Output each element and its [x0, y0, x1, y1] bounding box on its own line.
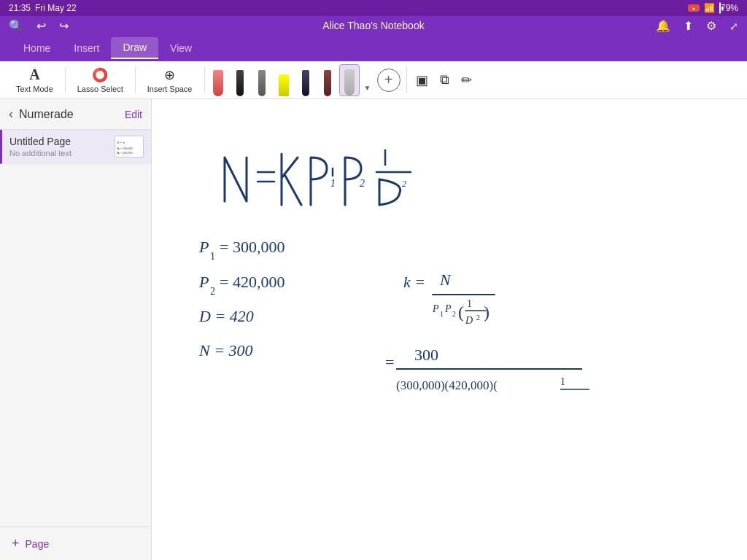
- svg-text:300: 300: [414, 346, 438, 364]
- svg-text:1: 1: [330, 178, 336, 189]
- settings-icon[interactable]: ⚙: [706, 19, 716, 33]
- page-info: Untitled Page No additional text: [9, 136, 107, 158]
- svg-text:P₂ = 420,000: P₂ = 420,000: [117, 151, 132, 155]
- pen-yellow[interactable]: [274, 64, 294, 96]
- svg-text:1: 1: [560, 376, 565, 387]
- app-title-bar: 🔍 ↩ ↪ Alice Thao's Notebook 🔔 ⬆ ⚙ ⤢: [0, 16, 747, 35]
- selection-icon: ▣: [416, 72, 428, 88]
- redo-icon[interactable]: ↪: [59, 19, 69, 33]
- bell-icon[interactable]: 🔔: [656, 19, 670, 33]
- undo-icon[interactable]: ↩: [36, 19, 46, 33]
- svg-text:1: 1: [467, 298, 472, 309]
- battery-indicator: 79%: [719, 3, 738, 13]
- svg-text:(300,000)(420,000)(: (300,000)(420,000)(: [396, 378, 498, 392]
- battery-pct: 79%: [721, 3, 738, 13]
- page-item[interactable]: Untitled Page No additional text N = k P…: [0, 130, 151, 164]
- record-indicator: ●: [688, 4, 700, 12]
- text-mode-label: Text Mode: [16, 85, 53, 93]
- svg-text:1: 1: [210, 251, 215, 262]
- lasso-icon: ⭕: [92, 67, 108, 83]
- app-title: Alice Thao's Notebook: [322, 20, 424, 31]
- wifi-icon: 📶: [704, 3, 715, 13]
- page-title: Untitled Page: [9, 136, 107, 147]
- pen-dark-red[interactable]: [317, 64, 338, 96]
- svg-text:2: 2: [402, 179, 406, 189]
- nav-bar: Home Insert Draw View: [0, 35, 747, 61]
- eraser-icon: ✏: [461, 72, 472, 88]
- separator-1: [65, 67, 66, 93]
- status-time: 21:35: [9, 3, 31, 13]
- add-pen-button[interactable]: +: [377, 69, 400, 92]
- edit-button[interactable]: Edit: [125, 109, 142, 120]
- insert-space-button[interactable]: ⊕ Insert Space: [139, 63, 201, 97]
- text-mode-button[interactable]: A Text Mode: [7, 63, 62, 97]
- text-mode-icon: A: [29, 66, 39, 83]
- pen-tools: ▼: [208, 64, 374, 96]
- svg-text:= 420,000: = 420,000: [220, 273, 285, 291]
- page-subtitle: No additional text: [9, 149, 107, 158]
- main-content: ‹ Numerade Edit Untitled Page No additio…: [0, 99, 747, 560]
- pen-black-1[interactable]: [230, 64, 250, 96]
- search-icon[interactable]: 🔍: [9, 19, 23, 33]
- svg-text:P: P: [432, 303, 439, 314]
- separator-4: [406, 67, 407, 93]
- expand-icon[interactable]: ⤢: [729, 20, 738, 31]
- add-page-icon: +: [12, 536, 20, 551]
- nav-draw[interactable]: Draw: [111, 37, 158, 59]
- svg-text:2: 2: [452, 310, 456, 318]
- status-date: Fri May 22: [35, 3, 77, 13]
- pen-silver[interactable]: [339, 64, 360, 96]
- nav-insert[interactable]: Insert: [62, 38, 111, 58]
- svg-text:N = 300: N = 300: [198, 341, 253, 359]
- toolbar: A Text Mode ⭕ Lasso Select ⊕ Insert Spac…: [0, 61, 747, 99]
- nav-home[interactable]: Home: [12, 38, 62, 58]
- lasso-select-button[interactable]: ⭕ Lasso Select: [69, 63, 132, 97]
- transform-icon: ⧉: [440, 72, 449, 88]
- svg-text:P: P: [444, 303, 452, 314]
- svg-text:=: =: [385, 353, 394, 371]
- svg-text:k =: k =: [403, 273, 425, 291]
- canvas-area[interactable]: 1 2 2 P 1 = 300,000 P: [152, 99, 747, 560]
- insert-space-label: Insert Space: [147, 85, 193, 93]
- svg-text:): ): [484, 303, 489, 322]
- selection-button[interactable]: ▣: [410, 63, 434, 97]
- svg-text:(: (: [458, 303, 464, 322]
- separator-2: [135, 67, 136, 93]
- pen-pink[interactable]: [208, 64, 228, 96]
- svg-text:D = 420: D = 420: [198, 307, 254, 325]
- svg-text:N = k: N = k: [117, 141, 125, 144]
- pen-dropdown[interactable]: ▼: [361, 64, 374, 96]
- transform-button[interactable]: ⧉: [434, 63, 455, 97]
- add-page-button[interactable]: + Page: [0, 526, 151, 560]
- svg-text:2: 2: [360, 178, 365, 189]
- share-icon[interactable]: ⬆: [684, 19, 693, 33]
- notebook-name: Numerade: [19, 108, 119, 121]
- svg-text:2: 2: [476, 314, 480, 322]
- lasso-label: Lasso Select: [77, 85, 123, 93]
- add-page-label: Page: [26, 538, 50, 550]
- svg-text:D: D: [465, 315, 473, 326]
- svg-text:2: 2: [210, 286, 215, 297]
- page-thumbnail: N = k P₁ = 300,000 P₂ = 420,000: [115, 136, 144, 158]
- svg-text:P: P: [198, 238, 209, 256]
- sidebar-header: ‹ Numerade Edit: [0, 99, 151, 130]
- svg-text:= 300,000: = 300,000: [220, 238, 285, 256]
- insert-space-icon: ⊕: [164, 67, 175, 83]
- pen-gray[interactable]: [252, 64, 272, 96]
- eraser-button[interactable]: ✏: [455, 63, 478, 97]
- svg-text:1: 1: [440, 310, 444, 318]
- math-content: 1 2 2 P 1 = 300,000 P: [152, 99, 747, 560]
- sidebar: ‹ Numerade Edit Untitled Page No additio…: [0, 99, 152, 560]
- back-button[interactable]: ‹: [9, 106, 13, 122]
- svg-text:N: N: [439, 271, 452, 289]
- nav-view[interactable]: View: [158, 38, 204, 58]
- pen-dark-blue[interactable]: [295, 64, 316, 96]
- svg-text:P: P: [198, 273, 209, 291]
- status-bar: 21:35 Fri May 22 ● 📶 79%: [0, 0, 747, 16]
- separator-3: [204, 67, 205, 93]
